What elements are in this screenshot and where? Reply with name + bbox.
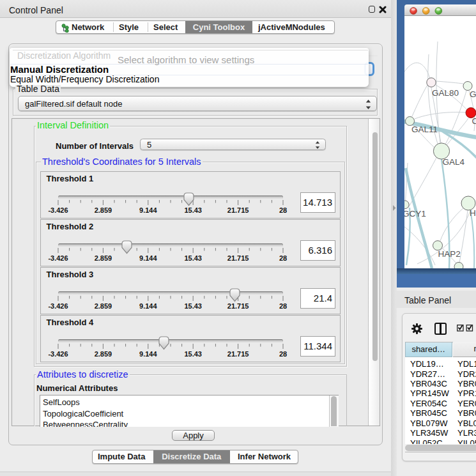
- svg-text:GCY1: GCY1: [404, 209, 426, 219]
- svg-text:GAL80: GAL80: [432, 88, 459, 98]
- svg-text:HAP2: HAP2: [438, 249, 461, 259]
- svg-text:GAL11: GAL11: [411, 125, 438, 134]
- svg-text:HI: HI: [470, 208, 476, 218]
- svg-text:CY: CY: [472, 116, 476, 126]
- svg-text:GAL4: GAL4: [443, 157, 465, 167]
- svg-text:GA: GA: [470, 89, 476, 99]
